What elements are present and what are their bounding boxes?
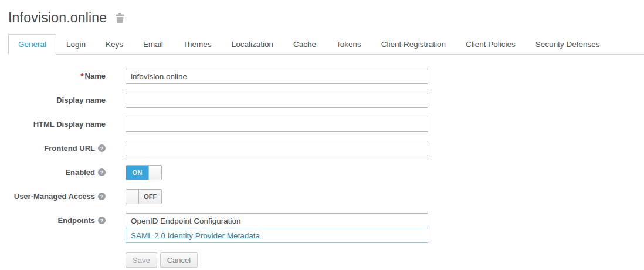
display-name-input[interactable] bbox=[126, 93, 428, 108]
form-actions: Save Cancel bbox=[126, 252, 644, 268]
name-row: *Name bbox=[8, 69, 644, 84]
name-label: *Name bbox=[8, 69, 106, 84]
required-marker: * bbox=[81, 72, 84, 80]
toggle-on-label: ON bbox=[126, 166, 148, 180]
realm-settings-page: Infovision.online General Login Keys Ema… bbox=[0, 0, 644, 268]
enabled-row: Enabled? ON bbox=[8, 165, 644, 180]
tab-client-policies[interactable]: Client Policies bbox=[456, 34, 526, 55]
endpoints-box: OpenID Endpoint Configuration SAML 2.0 I… bbox=[126, 213, 428, 243]
tab-security-defenses[interactable]: Security Defenses bbox=[526, 34, 610, 55]
endpoint-cell: SAML 2.0 Identity Provider Metadata bbox=[126, 228, 428, 243]
toggle-knob bbox=[126, 190, 139, 204]
html-display-name-label: HTML Display name bbox=[8, 117, 106, 132]
help-icon[interactable]: ? bbox=[98, 144, 106, 152]
frontend-url-input[interactable] bbox=[126, 141, 428, 156]
help-icon[interactable]: ? bbox=[98, 168, 106, 176]
enabled-toggle[interactable]: ON bbox=[126, 165, 162, 180]
display-name-row: Display name bbox=[8, 93, 644, 108]
save-button[interactable]: Save bbox=[126, 252, 157, 268]
endpoints-label: Endpoints? bbox=[8, 213, 106, 243]
tab-localization[interactable]: Localization bbox=[222, 34, 283, 55]
tab-general[interactable]: General bbox=[8, 34, 56, 55]
general-settings-form: *Name Display name HTML Display name bbox=[8, 69, 644, 268]
enabled-label: Enabled? bbox=[8, 165, 106, 180]
frontend-url-row: Frontend URL? bbox=[8, 141, 644, 156]
name-input[interactable] bbox=[126, 69, 428, 84]
trash-icon bbox=[115, 16, 125, 25]
page-header: Infovision.online bbox=[8, 8, 644, 27]
help-icon[interactable]: ? bbox=[98, 217, 106, 224]
tab-tokens[interactable]: Tokens bbox=[326, 34, 371, 55]
frontend-url-label: Frontend URL? bbox=[8, 141, 106, 156]
user-managed-access-label: User-Managed Access? bbox=[8, 189, 106, 204]
tab-login[interactable]: Login bbox=[56, 34, 96, 55]
tab-client-registration[interactable]: Client Registration bbox=[371, 34, 456, 55]
page-title: Infovision.online bbox=[8, 10, 107, 26]
toggle-off-label: OFF bbox=[139, 190, 161, 204]
realm-settings-tabs: General Login Keys Email Themes Localiza… bbox=[8, 34, 644, 55]
html-display-name-input[interactable] bbox=[126, 117, 428, 132]
tab-themes[interactable]: Themes bbox=[173, 34, 222, 55]
endpoint-cell: OpenID Endpoint Configuration bbox=[126, 213, 428, 228]
user-managed-access-toggle[interactable]: OFF bbox=[126, 189, 162, 204]
tab-email[interactable]: Email bbox=[133, 34, 173, 55]
user-managed-access-row: User-Managed Access? OFF bbox=[8, 189, 644, 204]
tab-keys[interactable]: Keys bbox=[96, 34, 133, 55]
openid-endpoint-configuration-link[interactable]: OpenID Endpoint Configuration bbox=[131, 217, 241, 225]
saml-identity-provider-metadata-link[interactable]: SAML 2.0 Identity Provider Metadata bbox=[131, 231, 260, 240]
delete-realm-button[interactable] bbox=[115, 12, 125, 23]
display-name-label: Display name bbox=[8, 93, 106, 108]
html-display-name-row: HTML Display name bbox=[8, 117, 644, 132]
endpoints-row: Endpoints? OpenID Endpoint Configuration… bbox=[8, 213, 644, 243]
toggle-knob bbox=[148, 166, 161, 180]
help-icon[interactable]: ? bbox=[98, 193, 106, 200]
tab-cache[interactable]: Cache bbox=[283, 34, 326, 55]
cancel-button[interactable]: Cancel bbox=[160, 252, 198, 268]
